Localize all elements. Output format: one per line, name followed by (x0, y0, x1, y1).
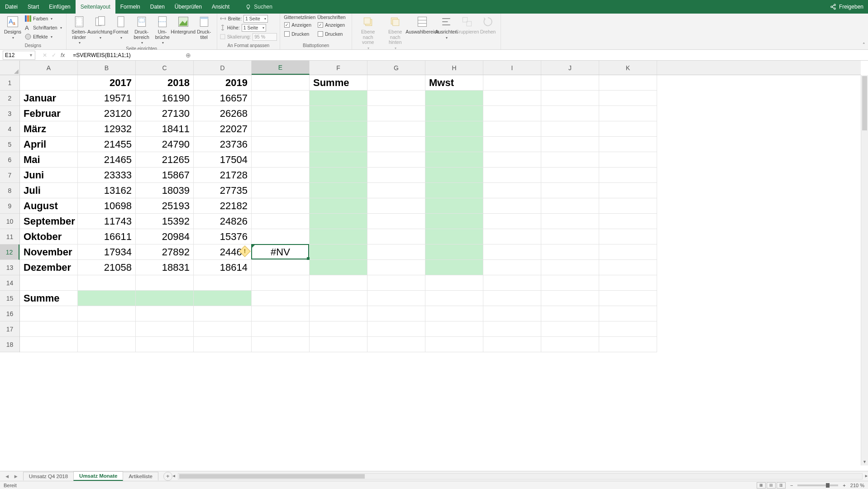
cell-B3[interactable]: 23120 (78, 106, 136, 121)
col-header-J[interactable]: J (541, 61, 599, 75)
cell-B17[interactable] (78, 321, 136, 337)
cell-J12[interactable] (541, 244, 599, 260)
width-control[interactable]: Breite:1 Seite▾ (220, 14, 277, 23)
cell-A1[interactable] (20, 75, 78, 91)
cell-F1[interactable]: Summe (310, 75, 367, 91)
cell-G13[interactable] (367, 260, 425, 275)
zoom-slider[interactable] (797, 484, 838, 486)
cell-I10[interactable] (483, 214, 541, 229)
col-header-I[interactable]: I (483, 61, 541, 75)
cell-K3[interactable] (599, 106, 657, 121)
print-area-button[interactable]: Druck- bereich▾ (132, 14, 152, 45)
cell-J14[interactable] (541, 275, 599, 291)
cell-C15[interactable] (136, 291, 194, 306)
row-header-11[interactable]: 11 (0, 229, 19, 244)
fonts-button[interactable]: ASchriftarten▾ (24, 24, 63, 32)
cell-D2[interactable]: 16657 (194, 91, 252, 106)
cell-J13[interactable] (541, 260, 599, 275)
cell-J6[interactable] (541, 152, 599, 168)
tab-start[interactable]: Start (23, 0, 44, 14)
cell-G16[interactable] (367, 306, 425, 321)
zoom-slider-knob[interactable] (826, 483, 830, 488)
cell-A17[interactable] (20, 321, 78, 337)
cell-H5[interactable] (425, 137, 483, 152)
cell-G18[interactable] (367, 337, 425, 352)
cell-B13[interactable]: 21058 (78, 260, 136, 275)
cell-C13[interactable]: 18831 (136, 260, 194, 275)
cell-K10[interactable] (599, 214, 657, 229)
cell-F16[interactable] (310, 306, 367, 321)
tab-ansicht[interactable]: Ansicht (207, 0, 234, 14)
row-header-4[interactable]: 4 (0, 121, 19, 137)
cell-A9[interactable]: August (20, 198, 78, 214)
cell-A15[interactable]: Summe (20, 291, 78, 306)
cell-B15[interactable] (78, 291, 136, 306)
cell-E7[interactable] (252, 168, 310, 183)
cell-F17[interactable] (310, 321, 367, 337)
cell-B12[interactable]: 17934 (78, 244, 136, 260)
cell-H13[interactable] (425, 260, 483, 275)
cell-K1[interactable] (599, 75, 657, 91)
cell-H14[interactable] (425, 275, 483, 291)
col-header-F[interactable]: F (310, 61, 367, 75)
cell-B16[interactable] (78, 306, 136, 321)
tell-me-search[interactable]: Suchen (245, 4, 272, 10)
cell-A3[interactable]: Februar (20, 106, 78, 121)
sheet-nav-prev[interactable]: ◄ (5, 474, 10, 479)
cell-I9[interactable] (483, 198, 541, 214)
cell-D3[interactable]: 26268 (194, 106, 252, 121)
cell-C9[interactable]: 25193 (136, 198, 194, 214)
cell-A5[interactable]: April (20, 137, 78, 152)
tab-daten[interactable]: Daten (145, 0, 170, 14)
cell-E9[interactable] (252, 198, 310, 214)
row-header-2[interactable]: 2 (0, 91, 19, 106)
tab-einfuegen[interactable]: Einfügen (44, 0, 75, 14)
height-control[interactable]: Höhe:1 Seite▾ (220, 24, 277, 32)
cell-C11[interactable]: 20984 (136, 229, 194, 244)
fx-icon[interactable]: fx (61, 52, 65, 58)
cell-A16[interactable] (20, 306, 78, 321)
tab-formeln[interactable]: Formeln (115, 0, 145, 14)
cell-B2[interactable]: 19571 (78, 91, 136, 106)
cell-J17[interactable] (541, 321, 599, 337)
cell-C16[interactable] (136, 306, 194, 321)
cell-C3[interactable]: 27130 (136, 106, 194, 121)
cell-H12[interactable] (425, 244, 483, 260)
cell-D15[interactable] (194, 291, 252, 306)
cell-F12[interactable] (310, 244, 367, 260)
col-header-C[interactable]: C (136, 61, 194, 75)
sheet-tab-2[interactable]: Artikelliste (123, 472, 158, 480)
cell-J10[interactable] (541, 214, 599, 229)
cell-I11[interactable] (483, 229, 541, 244)
cell-J7[interactable] (541, 168, 599, 183)
cell-D18[interactable] (194, 337, 252, 352)
row-header-15[interactable]: 15 (0, 291, 19, 306)
effects-button[interactable]: Effekte▾ (24, 33, 63, 41)
cell-K18[interactable] (599, 337, 657, 352)
row-header-5[interactable]: 5 (0, 137, 19, 152)
cancel-formula-button[interactable]: ✕ (43, 52, 47, 58)
col-header-A[interactable]: A (20, 61, 78, 75)
row-header-7[interactable]: 7 (0, 168, 19, 183)
cell-G12[interactable] (367, 244, 425, 260)
headings-print-checkbox[interactable]: Drucken (316, 30, 349, 38)
cell-F7[interactable] (310, 168, 367, 183)
cell-F14[interactable] (310, 275, 367, 291)
cell-H11[interactable] (425, 229, 483, 244)
cell-G15[interactable] (367, 291, 425, 306)
tab-ueberpruefen[interactable]: Überprüfen (170, 0, 207, 14)
formula-input[interactable] (72, 52, 868, 58)
orientation-button[interactable]: Ausrichtung▾ (90, 14, 110, 40)
cell-B18[interactable] (78, 337, 136, 352)
cell-G1[interactable] (367, 75, 425, 91)
row-header-14[interactable]: 14 (0, 275, 19, 291)
cell-H9[interactable] (425, 198, 483, 214)
row-header-10[interactable]: 10 (0, 214, 19, 229)
print-titles-button[interactable]: Druck- titel (194, 14, 214, 40)
cell-J16[interactable] (541, 306, 599, 321)
cell-K7[interactable] (599, 168, 657, 183)
cell-J1[interactable] (541, 75, 599, 91)
cell-A8[interactable]: Juli (20, 183, 78, 198)
cell-K16[interactable] (599, 306, 657, 321)
cell-H1[interactable]: Mwst (425, 75, 483, 91)
